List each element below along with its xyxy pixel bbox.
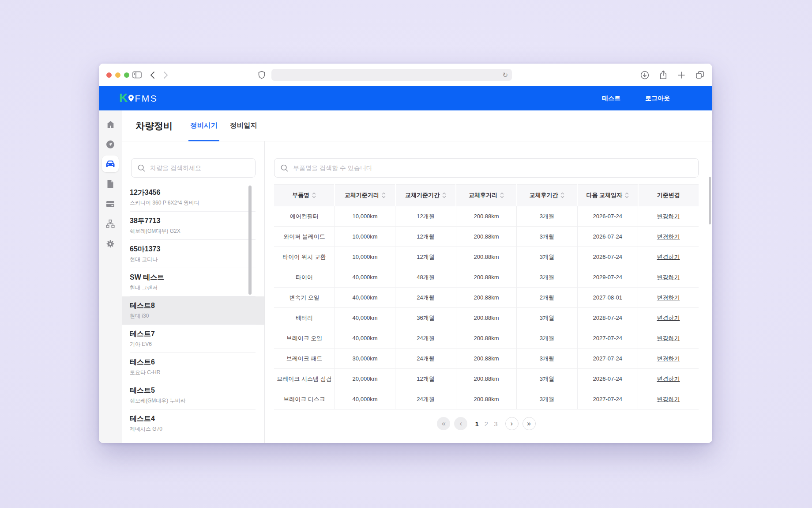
cell-after-period: 3개월 [517, 349, 577, 369]
page-number[interactable]: 1 [475, 420, 478, 428]
column-header[interactable]: 교체기준거리 [335, 185, 395, 206]
change-standard-link[interactable]: 변경하기 [657, 315, 680, 321]
cell-next-date: 2026-07-24 [577, 227, 638, 247]
column-label: 부품명 [292, 191, 309, 199]
sidebar-item-tracking[interactable] [102, 134, 119, 154]
cell-after-period: 3개월 [517, 206, 577, 227]
column-header[interactable]: 부품명 [274, 185, 335, 206]
close-button[interactable] [106, 72, 112, 78]
page-numbers: 123 [475, 420, 497, 428]
cell-after-period: 3개월 [517, 308, 577, 328]
download-icon[interactable] [640, 71, 649, 80]
vehicle-list-item[interactable]: 65마1373 현대 코티나 [122, 240, 264, 268]
nav-test-button[interactable]: 테스트 [602, 95, 620, 102]
sidebar-item-terminal[interactable] [102, 194, 119, 214]
privacy-shield-icon[interactable] [258, 64, 266, 86]
vehicle-list-item[interactable]: 테스트7 기아 EV6 [122, 325, 264, 353]
vehicle-list-item[interactable]: 12가3456 스카니아 360 P 6X2*4 윙바디 [122, 183, 264, 212]
zoom-button[interactable] [124, 72, 129, 78]
parts-table-row: 와이퍼 블레이드 10,000km 12개월 200.88km 3개월 2026… [274, 227, 699, 247]
page-number[interactable]: 2 [485, 420, 488, 428]
cell-next-date: 2027-08-01 [577, 288, 638, 308]
change-standard-link[interactable]: 변경하기 [657, 375, 680, 382]
address-bar[interactable]: ↻ [271, 69, 512, 81]
tab-maintenance-schedule[interactable]: 정비시기 [184, 110, 224, 141]
document-icon [107, 180, 114, 188]
org-chart-icon [106, 220, 115, 228]
location-pin-icon [128, 95, 134, 102]
vehicle-list-item[interactable]: 38두7713 쉐보레(GM대우) G2X [122, 212, 264, 240]
forward-icon[interactable] [163, 71, 168, 79]
column-header[interactable]: 교체후거리 [456, 185, 516, 206]
sort-icon[interactable] [560, 192, 564, 198]
cell-after-period: 3개월 [517, 227, 577, 247]
pagination-next-button[interactable]: › [505, 417, 519, 430]
parts-table: 부품명 교체기준거리 교체기준기간 교체후거리 교체후기간 다음 교체일자 기준… [274, 184, 699, 409]
vehicle-plate: SW 테스트 [130, 273, 257, 282]
vehicle-list-scrollbar[interactable] [248, 186, 252, 295]
sidebar-toggle-icon[interactable] [132, 71, 142, 79]
sidebar-item-documents[interactable] [102, 174, 119, 194]
column-label: 다음 교체일자 [586, 191, 623, 199]
change-standard-link[interactable]: 변경하기 [657, 213, 680, 220]
vehicle-list-item[interactable]: 테스트6 토요타 C-HR [122, 353, 264, 381]
cell-base-distance: 40,000km [335, 389, 395, 409]
column-header[interactable]: 교체기준기간 [395, 185, 456, 206]
vehicle-model: 쉐보레(GM대우) G2X [130, 227, 257, 235]
change-standard-link[interactable]: 변경하기 [657, 233, 680, 240]
sort-icon[interactable] [625, 192, 629, 198]
vehicle-list-item[interactable]: SW 테스트 현대 그랜저 [122, 268, 264, 296]
change-standard-link[interactable]: 변경하기 [657, 355, 680, 362]
nav-logout-button[interactable]: 로그아웃 [645, 95, 670, 102]
sort-icon[interactable] [312, 192, 316, 198]
app-logo[interactable]: K FMS [119, 91, 158, 105]
vehicle-search-input[interactable] [149, 164, 249, 172]
parts-table-row: 브레이크 패드 30,000km 24개월 200.88km 3개월 2027-… [274, 349, 699, 369]
sort-icon[interactable] [382, 192, 386, 198]
vehicle-list-item[interactable]: 테스트5 쉐보레(GM대우) 누비라 [122, 381, 264, 409]
column-header[interactable]: 교체후기간 [517, 185, 577, 206]
gear-icon [106, 239, 115, 248]
cell-base-period: 24개월 [395, 389, 456, 409]
vehicle-list-item[interactable]: 테스트4 제네시스 G70 [122, 409, 264, 438]
parts-panel: 부품명 교체기준거리 교체기준기간 교체후거리 교체후기간 다음 교체일자 기준… [265, 141, 712, 443]
sidebar-item-organization[interactable] [102, 214, 119, 234]
column-label: 교체후기간 [529, 191, 558, 199]
refresh-icon[interactable]: ↻ [502, 72, 508, 78]
cell-part: 에어컨필터 [274, 206, 335, 227]
vehicle-plate: 테스트5 [130, 386, 257, 395]
pagination-prev-button[interactable]: ‹ [454, 417, 467, 430]
tab-overview-icon[interactable] [695, 71, 704, 79]
tab-maintenance-log[interactable]: 정비일지 [224, 110, 263, 141]
sort-icon[interactable] [442, 192, 446, 198]
sidebar-item-home[interactable] [102, 114, 119, 134]
pagination-last-button[interactable]: » [523, 417, 536, 430]
part-search-input[interactable] [292, 164, 692, 172]
column-label: 교체후거리 [469, 191, 497, 199]
change-standard-link[interactable]: 변경하기 [657, 335, 680, 341]
vehicle-model: 토요타 C-HR [130, 369, 257, 376]
sidebar-item-vehicles[interactable] [102, 155, 119, 172]
pagination-first-button[interactable]: « [437, 417, 450, 430]
change-standard-link[interactable]: 변경하기 [657, 396, 680, 402]
change-standard-link[interactable]: 변경하기 [657, 274, 680, 281]
minimize-button[interactable] [115, 72, 120, 78]
vehicle-plate: 테스트8 [130, 301, 257, 311]
change-standard-link[interactable]: 변경하기 [657, 254, 680, 260]
back-icon[interactable] [150, 71, 155, 79]
page-tabs: 정비시기 정비일지 [184, 110, 263, 141]
page-scrollbar[interactable] [709, 177, 711, 224]
page-number[interactable]: 3 [494, 420, 497, 428]
traffic-lights [106, 72, 129, 78]
new-tab-icon[interactable] [677, 71, 685, 79]
logo-text: FMS [135, 93, 158, 104]
change-standard-link[interactable]: 변경하기 [657, 294, 680, 301]
vehicle-list-item[interactable]: 테스트8 현대 i30 [122, 296, 264, 325]
vehicle-plate: 38두7713 [130, 216, 257, 226]
column-header[interactable]: 기준변경 [638, 185, 699, 206]
share-icon[interactable] [659, 70, 667, 80]
column-header[interactable]: 다음 교체일자 [577, 185, 638, 206]
sort-icon[interactable] [500, 192, 504, 198]
cell-base-period: 12개월 [395, 206, 456, 227]
sidebar-item-settings[interactable] [102, 234, 119, 254]
